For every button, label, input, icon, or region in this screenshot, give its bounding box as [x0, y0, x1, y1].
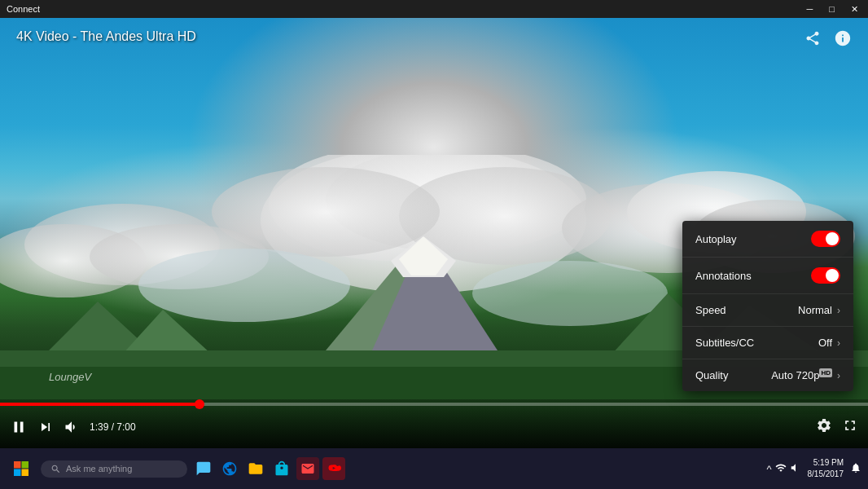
speed-value: Normal › [798, 304, 840, 316]
quality-chevron-icon: › [837, 370, 840, 381]
chevron-up-icon[interactable]: ^ [766, 463, 771, 475]
subtitles-label: Subtitles/CC [695, 337, 754, 349]
video-title: 4K Video - The Andes Ultra HD [16, 29, 196, 44]
settings-button[interactable] [816, 417, 832, 437]
fullscreen-button[interactable] [842, 417, 858, 437]
minimize-button[interactable]: ─ [804, 4, 817, 15]
skip-button[interactable] [37, 419, 54, 435]
volume-button[interactable] [64, 419, 80, 435]
time-display: 1:39 / 7:00 [90, 421, 136, 433]
title-bar: Connect ─ □ ✕ [0, 0, 868, 18]
volume-sys-icon[interactable] [790, 462, 801, 476]
close-button[interactable]: ✕ [848, 4, 861, 15]
controls-bar: 1:39 / 7:00 [0, 406, 868, 448]
quality-value: Auto 720pHD › [771, 369, 840, 381]
svg-rect-24 [22, 461, 29, 469]
taskbar-clock[interactable]: 5:19 PM 8/15/2017 [808, 457, 844, 480]
speed-chevron-icon: › [837, 305, 840, 316]
taskbar: ^ 5:19 PM 8/15/2017 [0, 448, 868, 489]
taskbar-icons [192, 457, 345, 480]
taskbar-store-icon[interactable] [270, 457, 293, 480]
speed-value-text: Normal [798, 304, 832, 316]
info-button[interactable] [834, 29, 852, 51]
network-icon[interactable] [775, 462, 787, 476]
watermark: LoungeV [49, 371, 91, 383]
speed-label: Speed [695, 304, 726, 316]
subtitles-chevron-icon: › [837, 337, 840, 349]
annotations-toggle[interactable] [811, 267, 840, 284]
clock-time: 5:19 PM [808, 457, 844, 469]
title-bar-title: Connect [7, 4, 40, 14]
quality-value-text: Auto 720pHD [771, 369, 832, 381]
svg-rect-26 [22, 469, 29, 477]
svg-rect-23 [14, 461, 21, 469]
settings-row-quality[interactable]: Quality Auto 720pHD › [682, 359, 853, 391]
taskbar-mail-icon[interactable] [296, 457, 319, 480]
video-top-right [804, 29, 852, 51]
hd-badge: HD [819, 368, 832, 377]
clock-date: 8/15/2017 [808, 469, 844, 480]
settings-row-subtitles[interactable]: Subtitles/CC Off › [682, 327, 853, 359]
video-container[interactable]: 4K Video - The Andes Ultra HD LoungeV Au… [0, 18, 868, 448]
taskbar-edge-icon[interactable] [218, 457, 241, 480]
autoplay-toggle-knob [826, 232, 839, 245]
notifications-icon[interactable] [850, 462, 861, 476]
settings-row-speed[interactable]: Speed Normal › [682, 294, 853, 327]
taskbar-sys-icons: ^ [766, 462, 800, 476]
autoplay-toggle[interactable] [811, 231, 840, 247]
subtitles-value-text: Off [818, 337, 832, 349]
settings-row-autoplay[interactable]: Autoplay [682, 221, 853, 258]
taskbar-cortana-icon[interactable] [192, 457, 215, 480]
svg-rect-25 [14, 469, 21, 477]
quality-label: Quality [695, 369, 728, 381]
search-icon [50, 464, 61, 474]
svg-point-11 [138, 249, 350, 322]
annotations-label: Annotations [695, 270, 752, 282]
start-button[interactable] [7, 457, 36, 480]
taskbar-explorer-icon[interactable] [244, 457, 267, 480]
settings-row-annotations[interactable]: Annotations [682, 258, 853, 294]
play-pause-button[interactable] [10, 418, 28, 436]
subtitles-value: Off › [818, 337, 840, 349]
share-button[interactable] [804, 30, 821, 51]
annotations-toggle-knob [826, 269, 839, 282]
svg-point-12 [472, 261, 668, 326]
taskbar-youtube-icon[interactable] [322, 457, 345, 480]
maximize-button[interactable]: □ [826, 4, 838, 15]
search-bar[interactable] [41, 460, 187, 478]
autoplay-label: Autoplay [695, 233, 737, 245]
title-bar-controls: ─ □ ✕ [804, 4, 861, 15]
settings-panel: Autoplay Annotations Speed Normal › Subt… [682, 221, 853, 391]
taskbar-right: ^ 5:19 PM 8/15/2017 [766, 457, 861, 480]
search-input[interactable] [66, 464, 172, 474]
